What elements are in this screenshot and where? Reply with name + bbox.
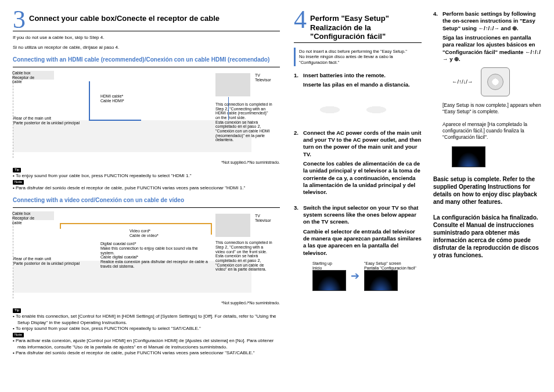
arrow-glyphs: ←/↑/↓/→ — [452, 78, 473, 85]
label-hdmi-cable: HDMI cable* Cable HDMI* — [100, 94, 124, 103]
tip-tag-2: Tip — [13, 308, 21, 313]
step4-item-2: Connect the AC power cords of the main u… — [294, 130, 422, 196]
step4-caution: Do not insert a disc before performing t… — [294, 48, 422, 66]
step4-title-en: Perform "Easy Setup" — [310, 14, 422, 23]
label-tv: TV Televisor — [255, 73, 271, 82]
dpad-row: ←/↑/↓/→ — [452, 67, 541, 96]
s4-en: Perform basic settings by following the … — [443, 10, 541, 32]
label-rear-unit-2: Rear of the main unit Parte posterior de… — [13, 257, 80, 265]
s2-en: Connect the AC power cords of the main u… — [303, 130, 422, 158]
s4-es: Siga las instrucciones en pantalla para … — [443, 34, 541, 63]
label-coax: Digital coaxial cord* Make this connecti… — [100, 242, 211, 268]
label-rear-unit: Rear of the main unit Parte posterior de… — [13, 116, 80, 125]
tip-block-1: Tip To enjoy sound from your cable box, … — [13, 167, 280, 191]
tip1-es: Para disfrutar del sonido desde el recep… — [17, 185, 280, 191]
s1-es: Inserte las pilas en el mando a distanci… — [303, 81, 422, 88]
tip1-en: To enjoy sound from your cable box, pres… — [17, 173, 280, 179]
tip2-en1: To enable this connection, set [Control … — [17, 314, 280, 326]
complete-es: Aparece el mensaje [Ha completado la con… — [443, 121, 541, 141]
video-heading: Connecting with a video cord/Conexión co… — [13, 197, 280, 204]
video-diagram: Cable box Receptor de cable TV Televisor… — [13, 211, 280, 299]
screen-label-right: "Easy Setup" screen Pantalla "Configurac… — [364, 261, 416, 270]
step4-item-3: Switch the input selector on your TV so … — [294, 204, 422, 292]
complete-en: [Easy Setup is now complete.] appears wh… — [443, 102, 541, 115]
step3-intro-es: Si no utiliza un receptor de cable, dirí… — [13, 45, 280, 51]
step4-item-1: Insert batteries into the remote. Insert… — [294, 72, 422, 121]
not-supplied-1: *Not supplied./*No suministrado. — [13, 160, 280, 164]
tv-screens-row: Starting up Inicio ➔ "Easy Setup" screen… — [312, 261, 422, 291]
s3-es: Cambie el selector de entrada del televi… — [303, 228, 422, 257]
screen-easy-setup — [364, 270, 398, 291]
caution-es: No inserte ningún disco antes de llevar … — [299, 54, 419, 65]
label-tv-2: TV Televisor — [255, 214, 271, 222]
step4-number: 4 — [294, 9, 307, 30]
arrow-right-icon: ➔ — [351, 269, 359, 283]
nota-tag: Nota — [13, 180, 24, 185]
s2-es: Conecte los cables de alimentación de ca… — [303, 160, 422, 196]
step3-number: 3 — [13, 9, 26, 30]
hdmi-diagram: Cable box Receptor de cable TV Televisor… — [13, 71, 280, 158]
tip2-es2: Para disfrutar del sonido desde el recep… — [17, 350, 280, 356]
remote-illustration — [312, 92, 422, 121]
dpad-illustration — [481, 67, 510, 96]
cable-hdmi — [89, 81, 90, 120]
s3-en: Switch the input selector on your TV so … — [303, 204, 422, 226]
label-video-cord: Video cord* Cable de vídeo* — [129, 229, 159, 238]
caution-en: Do not insert a disc before performing t… — [299, 49, 419, 54]
tip2-en2: To enjoy sound from your cable box, pres… — [17, 326, 280, 332]
screen-label-left: Starting up Inicio — [312, 261, 346, 270]
nota-tag-2: Nota — [13, 333, 24, 337]
final-en: Basic setup is complete. Refer to the su… — [433, 175, 541, 206]
screen-starting-up — [312, 270, 346, 291]
tip-tag: Tip — [13, 168, 21, 172]
step4-header: 4 Perform "Easy Setup" Realización de la… — [294, 10, 422, 41]
label-cable-box-2: Cable box Receptor de cable — [12, 211, 34, 225]
label-hdmi-conn-note: This connection is completed in Step 2, … — [215, 102, 274, 142]
not-supplied-2: *Not supplied./*No suministrado. — [13, 301, 280, 305]
final-es: La configuración básica ha finalizado. C… — [433, 214, 541, 259]
label-video-conn-note: This connection is completed in Step 2, … — [215, 240, 274, 272]
hdmi-heading: Connecting with an HDMI cable (recommend… — [13, 56, 280, 63]
tip2-es1: Para activar esta conexión, ajuste [Cont… — [17, 338, 280, 350]
s1-en: Insert batteries into the remote. — [303, 72, 422, 79]
step4-item-4: Perform basic settings by following the … — [433, 10, 541, 167]
step3-title: Connect your cable box/Conecte el recept… — [29, 10, 220, 23]
step3-intro-en: If you do not use a cable box, skip to S… — [13, 35, 280, 41]
step3-header: 3 Connect your cable box/Conecte el rece… — [13, 10, 280, 30]
step4-title-es: Realización de la "Configuración fácil" — [310, 23, 422, 41]
label-cable-box: Cable box Receptor de cable — [12, 71, 34, 84]
tip-block-2: Tip To enable this connection, set [Cont… — [13, 307, 280, 356]
screen-complete — [452, 146, 485, 167]
